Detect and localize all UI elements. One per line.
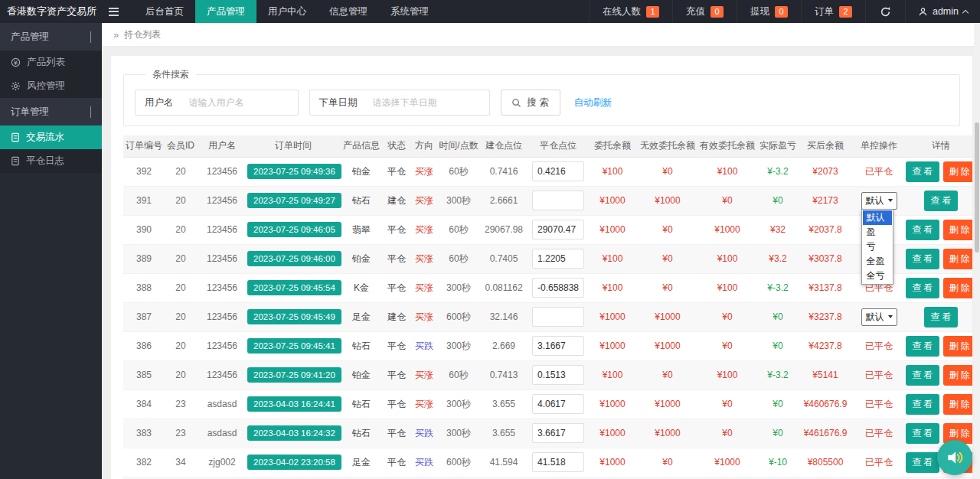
entrust-balance: ¥1000 [599,224,625,235]
sidebar-item-1-1[interactable]: 平仓日志 [0,149,102,173]
order-id-cell: 386 [123,331,165,360]
close-point-input[interactable] [532,278,584,298]
risk-control-select[interactable]: 默认 [861,308,897,326]
direction-cell: 买跌 [410,419,439,448]
select-option[interactable]: 默认 [863,210,892,225]
user-menu[interactable]: admin [905,0,980,23]
select-option[interactable]: 盈 [863,225,892,240]
nav-item-0[interactable]: 后台首页 [134,0,195,23]
invalid-entrust-balance-cell: ¥0 [638,273,697,302]
order-time-badge: 2023-07-25 09:45:54 [247,280,341,295]
stat-0[interactable]: 在线人数1 [589,0,672,23]
auto-refresh-link[interactable]: 自动刷新 [574,96,612,109]
balance-after-buy: ¥5141 [812,370,838,380]
close-point-input[interactable] [532,423,584,443]
select-option[interactable]: 全亏 [863,269,892,283]
order-time-badge: 2023-04-03 16:24:41 [247,396,341,412]
close-point-input[interactable] [532,191,584,210]
select-option[interactable]: 亏 [863,240,892,254]
close-point-input[interactable] [532,161,584,181]
view-button[interactable]: 查 看 [906,336,939,357]
column-header: 无效委托余额 [638,135,697,157]
nav-item-1[interactable]: 产品管理 [195,0,256,23]
duration: 300秒 [446,195,471,206]
product-name-cell: 钻石 [339,419,384,448]
stat-2[interactable]: 提现0 [737,0,801,23]
closed-status-label: 已平仓 [865,370,893,380]
view-button[interactable]: 查 看 [906,423,939,444]
order-id: 387 [136,311,152,322]
delete-button[interactable]: 删 除 [943,336,973,357]
order-date-input[interactable] [367,91,489,114]
sound-float-button[interactable] [937,440,972,475]
balance-after-buy: ¥461676.9 [804,428,848,438]
duration-cell: 60秒 [439,157,479,186]
open-point-cell: 0.7413 [479,360,529,389]
select-value: 默认 [866,194,884,207]
detail-cell: 查 看删 除 [906,244,972,273]
risk-control-cell: 默认默认盈亏全盈全亏 [852,186,906,215]
view-button[interactable]: 查 看 [906,394,939,415]
select-option[interactable]: 全盈 [863,254,892,269]
search-button[interactable]: 搜 索 [501,90,560,116]
column-header: 详情 [906,135,972,157]
stat-3[interactable]: 订单2 [801,0,865,23]
sidebar-item-0-1[interactable]: 风控管理 [0,74,102,98]
table-row: 38323asdasd2023-04-03 16:24:32钻石平仓买跌300秒… [123,419,972,448]
nav-item-2[interactable]: 用户中心 [256,0,318,23]
table-row: 388201234562023-07-25 09:45:54K金平仓买涨300秒… [123,273,972,302]
nav-item-3[interactable]: 信息管理 [318,0,379,23]
view-button[interactable]: 查 看 [906,278,939,298]
close-point-input[interactable] [532,452,584,472]
nav-item-4[interactable]: 系统管理 [379,0,440,23]
refresh-button[interactable] [865,0,905,23]
hamburger-icon[interactable] [102,0,125,23]
actual-pnl: ¥-3.2 [767,166,788,177]
actual-pnl-cell: ¥0 [757,331,799,360]
order-id-cell: 389 [123,244,165,273]
view-button[interactable]: 查 看 [924,191,957,211]
order-id: 386 [136,341,152,351]
view-button[interactable]: 查 看 [924,307,957,327]
member-id: 34 [175,457,185,468]
risk-control-select[interactable]: 默认 [861,192,897,210]
username-input[interactable] [183,91,298,114]
close-point-input[interactable] [532,307,584,327]
view-button[interactable]: 查 看 [906,249,939,269]
delete-button[interactable]: 删 除 [943,394,973,415]
view-button[interactable]: 查 看 [906,161,939,182]
sidebar-item-1-0[interactable]: 交易流水 [0,125,102,149]
view-button[interactable]: 查 看 [906,452,939,473]
duration: 300秒 [446,428,471,438]
username: zjg002 [208,457,235,468]
scrollbar-thumb[interactable] [975,122,979,253]
delete-button[interactable]: 删 除 [943,161,973,182]
close-point-input[interactable] [532,249,584,269]
balance-after-buy-cell: ¥3037.8 [799,244,852,273]
order-id: 384 [136,399,152,409]
sidebar-item-0-0[interactable]: 产品列表 [0,51,102,74]
direction-cell: 买涨 [410,215,439,244]
duration: 300秒 [446,399,471,409]
risk-control-cell: 默认 [852,302,906,331]
close-point-input[interactable] [532,336,584,356]
balance-after-buy-cell: ¥5141 [799,360,852,389]
view-button[interactable]: 查 看 [906,365,939,386]
delete-button[interactable]: 删 除 [943,220,973,240]
order-time-cell: 2023-07-25 09:46:05 [247,215,339,244]
closed-status-label: 已平仓 [865,399,893,409]
sidebar-section-0[interactable]: 产品管理 [0,23,102,51]
close-point-input[interactable] [532,394,584,414]
delete-button[interactable]: 删 除 [943,249,973,269]
delete-button[interactable]: 删 除 [943,365,973,386]
sidebar-section-1[interactable]: 订单管理 [0,98,102,125]
close-point-input[interactable] [532,220,584,240]
open-point-cell: 0.7405 [479,244,529,273]
delete-button[interactable]: 删 除 [943,278,973,298]
close-point-input[interactable] [532,365,584,385]
entrust-balance-cell: ¥100 [587,360,638,389]
actual-pnl: ¥-3.2 [767,370,788,380]
stat-1[interactable]: 充值0 [672,0,737,23]
view-button[interactable]: 查 看 [906,220,939,240]
direction-label: 买跌 [415,457,433,468]
